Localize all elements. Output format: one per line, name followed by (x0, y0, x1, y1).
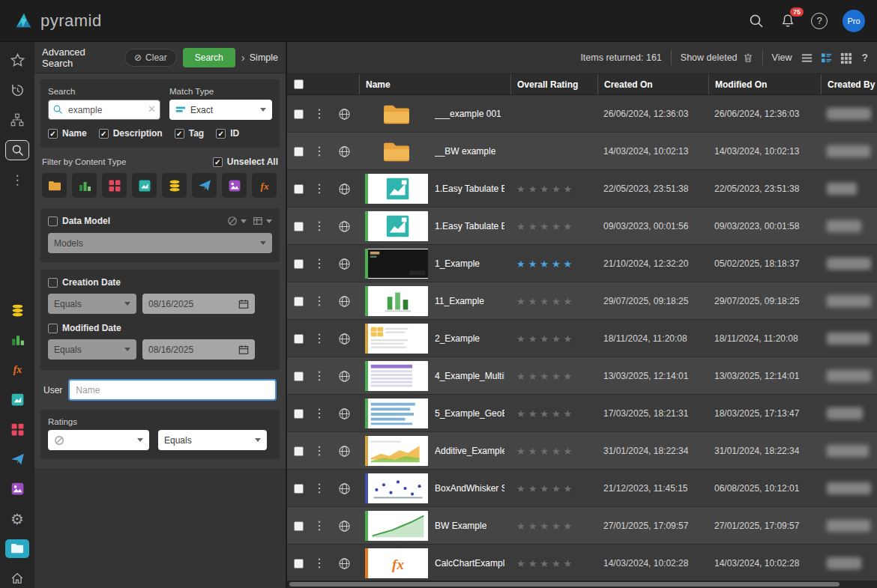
list-view-icon[interactable] (801, 52, 813, 64)
rating-cell[interactable]: ★★★★★ (510, 545, 597, 582)
item-name[interactable]: BW Example (435, 521, 486, 531)
creation-date-checkbox[interactable]: Creation Date (48, 277, 272, 288)
row-globe-button[interactable] (329, 320, 359, 357)
unselect-all-checkbox[interactable]: ✓ Unselect All (213, 157, 278, 167)
item-name[interactable]: Additive_Example (435, 446, 504, 456)
row-menu-button[interactable]: ⋮ (310, 282, 329, 320)
formulate-nav-button[interactable]: fx (5, 360, 29, 380)
connection-filter-dropdown[interactable] (227, 216, 247, 226)
pyramid-logo[interactable]: pyramid (12, 10, 102, 32)
rating-cell[interactable]: ★★★★★ (510, 133, 597, 170)
search-button[interactable]: Search (183, 48, 235, 67)
item-name[interactable]: 4_Example_MultiHie (435, 371, 504, 381)
show-deleted-button[interactable]: Show deleted (681, 52, 753, 64)
row-checkbox[interactable] (294, 372, 304, 381)
row-menu-button[interactable]: ⋮ (310, 320, 329, 357)
table-row[interactable]: ⋮ BoxAndWhisker Sim ★★★★★ 21/12/2023, 11… (287, 470, 877, 507)
content-type-paper-plane-button[interactable] (192, 173, 217, 198)
content-type-image-button[interactable] (222, 173, 247, 198)
row-menu-button[interactable]: ⋮ (310, 95, 329, 133)
global-search-button[interactable] (748, 13, 765, 29)
row-globe-button[interactable] (329, 395, 359, 432)
rating-cell[interactable]: ★★★★★ (510, 207, 597, 245)
rating-cell[interactable]: ★★★★★ (510, 282, 597, 320)
content-type-grid-button[interactable] (102, 173, 127, 198)
match-type-select[interactable]: Exact (169, 100, 272, 120)
checkbox-tag[interactable]: ✓Tag (175, 128, 204, 139)
user-avatar[interactable]: Pro (843, 10, 865, 32)
table-row[interactable]: ⋮ 1.Easy Tabulate Exan ★★★★★ 22/05/2023,… (287, 170, 877, 207)
column-header-rating[interactable]: Overall Rating (510, 74, 597, 94)
row-globe-button[interactable] (329, 95, 359, 133)
row-globe-button[interactable] (329, 282, 359, 320)
table-row[interactable]: ⋮ ___example 001 ★★★★★ 26/06/2024, 12:36… (287, 95, 877, 133)
table-row[interactable]: ⋮ 11_Example ★★★★★ 29/07/2025, 09:18:25 … (287, 282, 877, 320)
rating-cell[interactable]: ★★★★★ (510, 95, 597, 133)
publish-nav-button[interactable] (5, 449, 29, 469)
row-menu-button[interactable]: ⋮ (310, 432, 329, 470)
row-checkbox[interactable] (294, 409, 304, 419)
tabulate-nav-button[interactable] (5, 390, 29, 410)
home-button[interactable] (5, 569, 29, 588)
detail-view-icon-active[interactable] (820, 52, 833, 64)
present-nav-button[interactable] (5, 419, 29, 439)
column-header-created-by[interactable]: Created By (821, 74, 877, 94)
discover-nav-button[interactable] (5, 330, 29, 350)
content-type-bar-chart-button[interactable] (72, 173, 97, 198)
checkbox-name[interactable]: ✓Name (48, 128, 87, 139)
row-checkbox[interactable] (294, 446, 304, 456)
row-menu-button[interactable]: ⋮ (310, 170, 329, 207)
advanced-search-button[interactable] (5, 140, 29, 160)
row-globe-button[interactable] (329, 432, 359, 470)
clear-search-icon[interactable]: ✕ (148, 103, 156, 115)
rating-cell[interactable]: ★★★★★ (510, 245, 597, 282)
rating-cell[interactable]: ★★★★★ (510, 320, 597, 357)
row-globe-button[interactable] (329, 170, 359, 207)
item-name[interactable]: 1.Easy Tabulate Exan (435, 184, 504, 194)
table-row[interactable]: ⋮ 2_Example ★★★★★ 18/11/2024, 11:20:08 1… (287, 320, 877, 357)
item-name[interactable]: 2_Example (435, 333, 480, 344)
grid-view-icon[interactable] (840, 52, 852, 64)
rating-cell[interactable]: ★★★★★ (510, 507, 597, 545)
simple-mode-toggle[interactable]: › Simple (241, 51, 278, 64)
row-menu-button[interactable]: ⋮ (310, 245, 329, 282)
data-model-checkbox[interactable]: Data Model (48, 216, 110, 226)
user-name-input[interactable] (68, 379, 277, 401)
table-row[interactable]: ⋮ fx CalcChartExample ★★★★★ 14/03/2024, … (287, 545, 877, 582)
notifications-button[interactable]: 75 (780, 13, 796, 29)
select-all-checkbox[interactable] (294, 79, 304, 89)
table-row[interactable]: ⋮ Additive_Example ★★★★★ 31/01/2024, 18:… (287, 432, 877, 470)
row-globe-button[interactable] (329, 470, 359, 507)
row-globe-button[interactable] (329, 507, 359, 545)
illustrate-nav-button[interactable] (5, 479, 29, 499)
row-checkbox[interactable] (294, 147, 304, 157)
rating-cell[interactable]: ★★★★★ (510, 432, 597, 470)
hierarchy-browser-button[interactable] (5, 111, 29, 130)
row-checkbox[interactable] (294, 559, 304, 569)
table-row[interactable]: ⋮ BW Example ★★★★★ 27/01/2025, 17:09:57 … (287, 507, 877, 545)
help-button[interactable]: ? (811, 13, 828, 29)
item-name[interactable]: BoxAndWhisker Sim (435, 483, 504, 494)
modified-date-operator-select[interactable]: Equals (48, 339, 136, 360)
item-name[interactable]: 1.Easy Tabulate Exan (435, 221, 504, 231)
row-globe-button[interactable] (329, 133, 359, 170)
table-row[interactable]: ⋮ 1_Example ★★★★★ 21/10/2024, 12:32:20 0… (287, 245, 877, 282)
table-row[interactable]: ⋮ 5_Example_GeoBour ★★★★★ 17/03/2025, 18… (287, 395, 877, 432)
content-type-tabulate-button[interactable] (132, 173, 157, 198)
table-row[interactable]: ⋮ __BW example ★★★★★ 14/03/2024, 10:02:1… (287, 133, 877, 170)
recent-history-button[interactable] (5, 81, 29, 100)
table-row[interactable]: ⋮ 4_Example_MultiHie ★★★★★ 13/03/2025, 1… (287, 357, 877, 395)
creation-date-operator-select[interactable]: Equals (48, 294, 136, 314)
row-menu-button[interactable]: ⋮ (310, 395, 329, 432)
rating-cell[interactable]: ★★★★★ (510, 470, 597, 507)
row-globe-button[interactable] (329, 207, 359, 245)
content-type-folder-button[interactable] (42, 173, 67, 198)
item-name[interactable]: 5_Example_GeoBour (435, 408, 504, 419)
modified-date-checkbox[interactable]: Modified Date (48, 323, 272, 333)
item-name[interactable]: __BW example (435, 146, 495, 157)
favorites-button[interactable] (5, 51, 29, 70)
row-checkbox[interactable] (294, 259, 304, 269)
creation-date-input[interactable]: 08/16/2025 (142, 294, 255, 314)
row-checkbox[interactable] (294, 334, 304, 344)
toolbar-help-button[interactable]: ? (861, 52, 868, 64)
